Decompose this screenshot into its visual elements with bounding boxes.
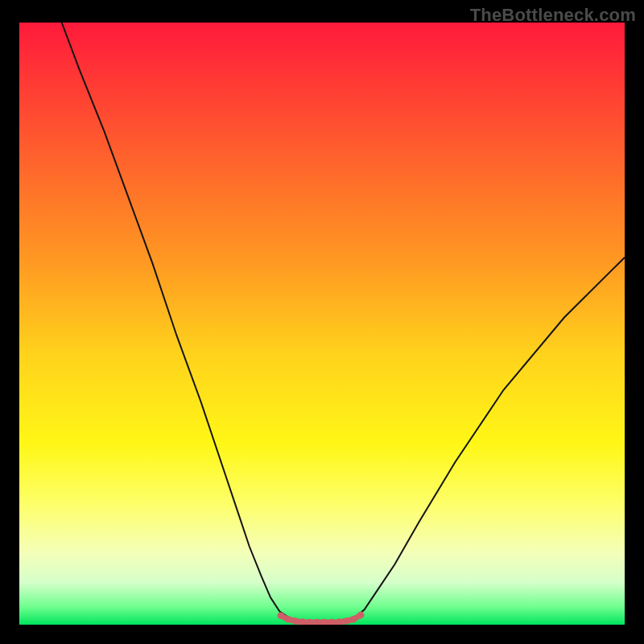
floor-marker-dot [350,616,357,623]
watermark-text: TheBottleneck.com [470,5,636,26]
series-left-branch [62,23,289,617]
floor-marker-dot [278,612,285,619]
floor-marker-dot [357,612,365,619]
curve-layer [19,23,625,625]
series-right-branch [355,258,625,617]
floor-marker-dot [285,616,292,623]
floor-marker-dot [292,617,299,625]
plot-area [19,23,625,625]
floor-marker-dot [343,617,350,625]
chart-frame: TheBottleneck.com [0,0,644,644]
